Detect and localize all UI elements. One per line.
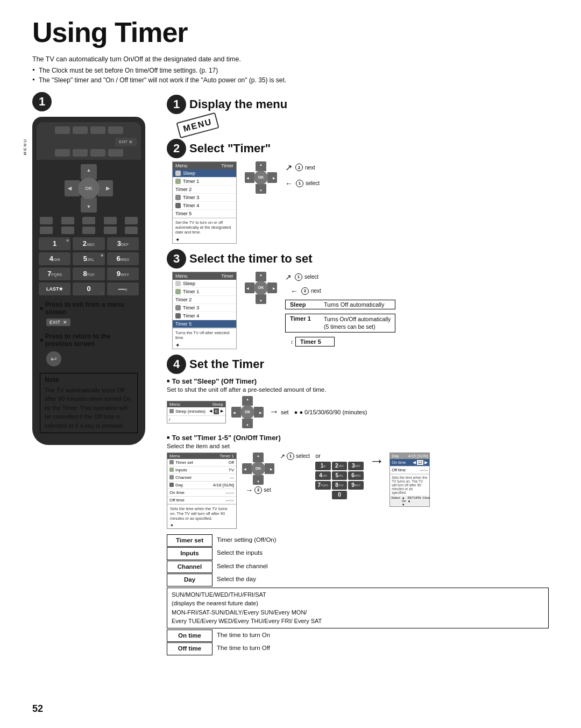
return-btn[interactable]: ↩ [46,351,61,366]
remote-btn-4[interactable] [108,126,123,134]
mid-btn-1[interactable] [40,217,53,224]
bt-desc-ontime: The time to turn On [212,630,274,641]
menu2-icon-row: ✦ [173,236,236,243]
step3-circle: 3 [167,249,186,268]
snp-4[interactable]: 4GHI [315,471,331,480]
sdpad-down[interactable]: ▼ [256,184,266,194]
mid-btn-8[interactable] [82,227,95,234]
timer1-inputs: Inputs TV [167,467,236,474]
snp-0[interactable]: 0 [332,491,348,499]
sdpad-right[interactable]: ▶ [267,172,277,183]
sleep-set-area: Menu Sleep Sleep (minutes) ◀ 0 ▶ [167,396,549,428]
big-arrow: → [369,453,384,470]
step4-header: 4 Set the Timer [167,355,549,374]
remote-top-area: EXIT ✕ [37,122,141,160]
dpad-ok[interactable]: OK [78,178,100,199]
mid-btn-9[interactable] [104,227,117,234]
s3dpad-down[interactable]: ▼ [256,294,266,304]
numpad-7[interactable]: 7PQRS [39,267,70,280]
s3dpad-left[interactable]: ◀ [245,282,254,293]
press-return-title: Press to return to the previous screen [40,333,138,348]
numpad-4[interactable]: 4GHI [39,252,70,265]
remote-btn-1[interactable] [55,126,70,134]
intro-text: The TV can automatically turn On/Off at … [32,55,549,65]
row-offtime: Off time The time to turn Off [167,642,549,655]
bt-label-channel: Channel [167,561,212,574]
remote-mid-btns [37,217,141,234]
bt-label-inputs: Inputs [167,547,212,560]
numpad-dash[interactable]: —# [107,282,139,295]
snp-8[interactable]: 8TUV [332,481,348,490]
mid-btn-2[interactable] [61,217,74,224]
press-exit-title: Press to exit from a menu screen [40,301,138,316]
s3dpad-ok[interactable]: OK [254,281,268,295]
snp-6[interactable]: 6MNO [348,471,364,480]
on-off-note: Sets the time when the TV turns on. The … [390,474,429,496]
timer-dpad[interactable]: ▲ ▼ ◀ ▶ OK [242,453,274,485]
numpad-1[interactable]: 1 ⊕ [39,237,70,250]
on-off-footer: Select ▲ Ok ▲ RETURN ▲ Clear [390,496,429,506]
snp-5[interactable]: 5JKL [332,471,348,480]
dpad-left[interactable]: ◀ [65,180,80,196]
note-text: The TV automatically turns Off after 90 … [45,386,133,430]
step2-dpad[interactable]: ▲ ▼ ◀ ▶ OK [245,161,277,194]
numpad-8[interactable]: 8TUV [73,267,104,280]
numpad-2[interactable]: 2ABC [73,237,104,250]
menu3-footer: Turns the TV off after selected time. [173,328,236,342]
numpad-last[interactable]: LAST★ [39,282,70,295]
timer1-box: Timer 1 Turns On/Off automatically(5 tim… [285,314,395,333]
snp-1[interactable]: 1⊕ [315,462,331,470]
menu-graphic: MENU [176,112,219,138]
step4-circle: 4 [167,355,186,374]
dpad-up[interactable]: ▲ [81,164,97,179]
numpad-0[interactable]: 0 -. [73,282,104,295]
remote-btn-7[interactable] [90,149,105,157]
exit-btn-label[interactable]: EXIT ✕ [46,319,70,326]
step3-dpad[interactable]: ▲ ▼ ◀ ▶ OK [245,272,277,304]
dpad-down[interactable]: ▼ [81,197,97,213]
remote-btn-8[interactable] [108,149,123,157]
s3dpad-right[interactable]: ▶ [267,282,277,293]
step3-right: ↗ 1 select ← 2 next Sleep Turns Off auto… [285,272,395,348]
remote-btn-2[interactable] [73,126,88,134]
row-inputs: Inputs Select the inputs [167,547,549,560]
step1-circle-right: 1 [167,95,186,114]
snp-2[interactable]: 2ABC [332,462,348,470]
sleep-dpad[interactable]: ▲ ▼ ◀ ▶ OK [231,396,264,428]
dpad[interactable]: ▲ ▼ ◀ ▶ OK [65,164,113,213]
s3dpad-up[interactable]: ▲ [256,272,266,281]
onoff-screen-area: Day 4/15 [SUN] On time ◀ 12 ▶ [389,453,430,507]
mid-btn-4[interactable] [104,217,117,224]
row-timer-set: Timer set Timer setting (Off/On) [167,534,549,547]
sdpad-left[interactable]: ◀ [245,172,254,183]
numpad-6[interactable]: 6MNO [107,252,139,265]
menu3-timer1: Timer 1 [173,288,236,296]
sdpad-up[interactable]: ▲ [256,161,266,171]
sleep-menu-icon: ♪ [167,416,225,423]
remote-btn-6[interactable] [73,149,88,157]
snp-3[interactable]: 3DEF [348,462,364,470]
snp-7[interactable]: 7PQRS [315,481,331,490]
numpad-3[interactable]: 3DEF [107,237,139,250]
step1-header-right: 1 Display the menu [167,95,549,114]
timer1-menu-header: Menu Timer 1 [167,453,236,459]
mid-btn-6[interactable] [40,227,53,234]
mid-btn-3[interactable] [82,217,95,224]
mid-btn-5[interactable] [125,217,138,224]
minutes-note: ● ● 0/15/30/60/90 (minutes) [294,409,367,415]
sdpad-ok[interactable]: OK [254,171,268,185]
bt-desc-timerset: Timer setting (Off/On) [212,534,281,546]
press-exit-note: Press to exit from a menu screen EXIT ✕ [40,301,138,326]
numpad-9[interactable]: 9WXY [107,267,139,280]
mid-btn-7[interactable] [61,227,74,234]
snp-9[interactable]: 9WXY [348,481,364,490]
mid-btn-10[interactable] [125,227,138,234]
dpad-right[interactable]: ▶ [98,180,113,196]
remote-btn-3[interactable] [90,126,105,134]
numpad-5[interactable]: 5JKL ✱ [73,252,104,265]
or-label: or [315,453,364,459]
step3-annotation-next: ← 2 next [285,287,395,295]
remote-btn-5[interactable] [55,149,70,157]
page-title: Using Timer [32,16,549,48]
exit-btn-remote[interactable]: EXIT ✕ [115,138,137,146]
